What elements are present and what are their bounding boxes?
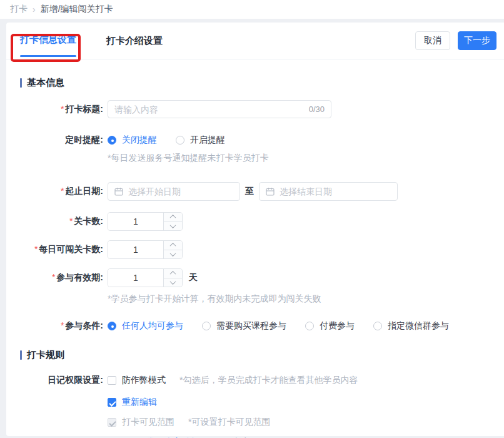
levels-value-input[interactable]	[108, 213, 163, 230]
validity-stepper	[163, 269, 182, 287]
next-step-button[interactable]: 下一步	[458, 31, 496, 50]
checkbox-re-edit-label: 重新编辑	[122, 397, 157, 408]
stepper-down-button[interactable]	[164, 222, 182, 231]
section-basic-info-label: 基本信息	[27, 77, 64, 89]
title-char-counter: 0/30	[309, 104, 325, 114]
checkbox-icon	[108, 418, 116, 427]
field-label-validity: *参与有效期:	[20, 272, 103, 283]
validity-unit: 天	[189, 272, 198, 283]
field-label-dates: *起止日期:	[20, 186, 103, 197]
reminder-help-text: *每日发送服务号通知提醒未打卡学员打卡	[108, 153, 504, 164]
required-mark: *	[61, 186, 64, 196]
radio-join-paid[interactable]: 付费参与	[305, 320, 355, 332]
radio-dot-icon	[108, 322, 116, 330]
field-label-join-condition: *参与条件:	[20, 320, 103, 332]
end-date-input[interactable]	[280, 186, 391, 196]
field-label-reminder: 定时提醒:	[20, 135, 103, 146]
section-bar-icon	[20, 350, 22, 360]
stepper-down-button[interactable]	[164, 278, 182, 287]
anti-cheat-help-text: *勾选后，学员完成打卡才能查看其他学员内容	[179, 375, 358, 386]
validity-value-input[interactable]	[108, 269, 163, 287]
radio-join-anyone[interactable]: 任何人均可参与	[108, 320, 183, 332]
radio-join-purchase-label: 需要购买课程参与	[216, 320, 286, 332]
field-label-diary-permission: 日记权限设置:	[20, 375, 103, 386]
levels-number-input	[108, 212, 183, 231]
radio-dot-icon	[176, 136, 184, 145]
stepper-up-button[interactable]	[164, 269, 182, 278]
tab-checkin-info-label: 打卡信息设置	[20, 34, 76, 44]
radio-join-wechat-label: 指定微信群参与	[388, 320, 449, 332]
chevron-up-icon	[170, 271, 176, 277]
section-bar-icon	[20, 78, 22, 88]
breadcrumb-root[interactable]: 打卡	[10, 4, 28, 15]
checkbox-icon	[108, 398, 116, 407]
radio-join-purchase-course[interactable]: 需要购买课程参与	[202, 320, 286, 332]
radio-reminder-on[interactable]: 开启提醒	[176, 135, 225, 146]
calendar-icon	[266, 187, 275, 196]
section-checkin-rules-label: 打卡规则	[27, 349, 64, 361]
chevron-up-icon	[170, 243, 176, 249]
breadcrumb-current: 新增/编辑闯关打卡	[41, 4, 113, 15]
required-mark: *	[61, 320, 64, 330]
radio-join-paid-label: 付费参与	[320, 320, 355, 332]
start-date-picker[interactable]	[108, 182, 240, 201]
validity-number-input	[108, 268, 183, 287]
required-mark: *	[34, 244, 38, 254]
field-label-levels: *关卡数:	[20, 216, 103, 227]
daily-levels-stepper	[163, 241, 182, 258]
radio-dot-icon	[373, 322, 382, 330]
stepper-down-button[interactable]	[164, 250, 182, 259]
required-mark: *	[61, 104, 64, 114]
tab-bar: 打卡信息设置 打卡介绍设置 取消 下一步	[6, 23, 504, 59]
tab-checkin-info-settings[interactable]: 打卡信息设置	[20, 34, 76, 48]
radio-dot-icon	[108, 136, 116, 145]
tab-checkin-intro-settings[interactable]: 打卡介绍设置	[106, 35, 163, 47]
start-date-input[interactable]	[128, 186, 233, 196]
checkbox-anti-cheat[interactable]: 防作弊模式	[108, 375, 166, 386]
chevron-down-icon	[170, 222, 176, 228]
cancel-button[interactable]: 取消	[415, 31, 450, 50]
radio-reminder-on-label: 开启提醒	[190, 135, 225, 146]
checkbox-visibility-label: 打卡可见范围	[122, 417, 174, 428]
radio-join-anyone-label: 任何人均可参与	[122, 320, 183, 332]
daily-levels-value-input[interactable]	[108, 241, 163, 258]
radio-join-wechat-group[interactable]: 指定微信群参与	[373, 320, 449, 332]
active-tab-underline	[20, 55, 76, 57]
checkbox-icon	[108, 376, 116, 385]
daily-levels-number-input	[108, 240, 183, 259]
breadcrumb-separator-icon: ›	[33, 4, 36, 14]
stepper-up-button[interactable]	[164, 241, 182, 250]
end-date-picker[interactable]	[259, 182, 398, 201]
levels-stepper	[163, 213, 182, 230]
validity-help-text: *学员参与打卡开始计算，有效期内未完成即为闯关失败	[108, 293, 504, 305]
title-input-wrapper: 0/30	[108, 100, 331, 118]
visibility-help-text: *可设置打卡可见范围	[188, 417, 270, 428]
radio-dot-icon	[202, 322, 211, 330]
radio-reminder-off[interactable]: 关闭提醒	[108, 135, 157, 146]
field-label-title: *打卡标题:	[20, 104, 103, 115]
checkbox-anti-cheat-label: 防作弊模式	[122, 375, 166, 386]
chevron-down-icon	[170, 250, 176, 257]
required-mark: *	[69, 216, 73, 226]
section-checkin-rules: 打卡规则	[20, 349, 504, 361]
title-input[interactable]	[114, 104, 305, 115]
chevron-up-icon	[170, 215, 176, 221]
checkbox-re-edit[interactable]: 重新编辑	[108, 397, 157, 408]
breadcrumb: 打卡 › 新增/编辑闯关打卡	[0, 0, 504, 19]
radio-dot-icon	[305, 322, 314, 330]
stepper-up-button[interactable]	[164, 213, 182, 222]
tab-checkin-intro-label: 打卡介绍设置	[106, 35, 163, 46]
field-label-daily-levels: *每日可闯关卡数:	[20, 244, 103, 255]
date-range-separator: 至	[245, 186, 254, 197]
main-card: 打卡信息设置 打卡介绍设置 取消 下一步 基本信息 *打卡标题: 0/30	[6, 23, 504, 436]
chevron-down-icon	[170, 278, 176, 285]
calendar-icon	[114, 187, 123, 196]
checkbox-visibility-range[interactable]: 打卡可见范围	[108, 417, 174, 428]
required-mark: *	[52, 272, 55, 282]
radio-reminder-off-label: 关闭提醒	[122, 135, 157, 146]
section-basic-info: 基本信息	[20, 77, 504, 89]
